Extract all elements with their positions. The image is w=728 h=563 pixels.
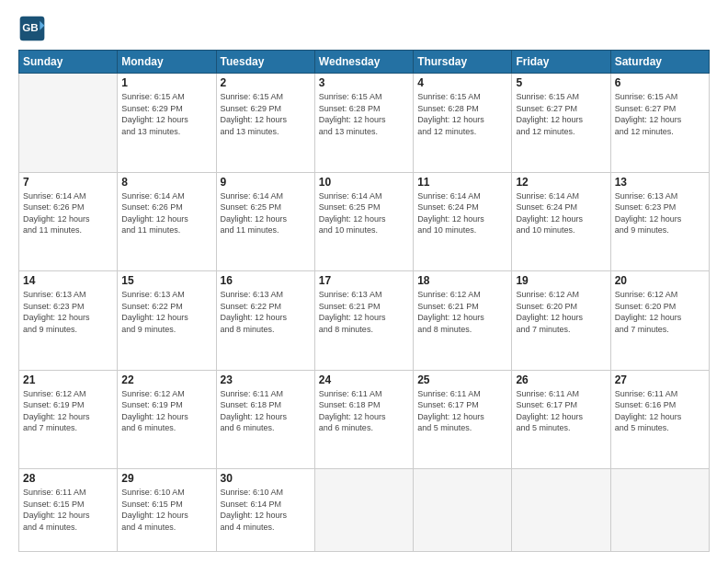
day-info: Sunrise: 6:14 AM Sunset: 6:24 PM Dayligh… (417, 190, 507, 236)
calendar-header-sunday: Sunday (19, 51, 118, 74)
day-info: Sunrise: 6:12 AM Sunset: 6:20 PM Dayligh… (615, 289, 705, 335)
day-info: Sunrise: 6:14 AM Sunset: 6:26 PM Dayligh… (121, 190, 211, 236)
day-info: Sunrise: 6:15 AM Sunset: 6:27 PM Dayligh… (516, 91, 606, 137)
day-number: 7 (23, 176, 113, 189)
day-number: 22 (121, 373, 211, 386)
day-number: 30 (221, 472, 311, 485)
day-info: Sunrise: 6:12 AM Sunset: 6:19 PM Dayligh… (121, 388, 211, 434)
day-number: 13 (615, 176, 705, 189)
day-number: 15 (121, 274, 211, 287)
day-info: Sunrise: 6:14 AM Sunset: 6:24 PM Dayligh… (516, 190, 606, 236)
calendar-cell: 3Sunrise: 6:15 AM Sunset: 6:28 PM Daylig… (314, 74, 413, 173)
day-number: 10 (319, 176, 409, 189)
calendar-cell: 19Sunrise: 6:12 AM Sunset: 6:20 PM Dayli… (512, 271, 610, 371)
calendar-cell: 16Sunrise: 6:13 AM Sunset: 6:22 PM Dayli… (216, 271, 314, 371)
calendar-cell: 5Sunrise: 6:15 AM Sunset: 6:27 PM Daylig… (512, 74, 610, 173)
day-info: Sunrise: 6:12 AM Sunset: 6:19 PM Dayligh… (23, 388, 113, 434)
calendar-header-wednesday: Wednesday (314, 51, 413, 74)
day-number: 9 (221, 176, 311, 189)
calendar-cell: 6Sunrise: 6:15 AM Sunset: 6:27 PM Daylig… (610, 74, 709, 173)
day-info: Sunrise: 6:13 AM Sunset: 6:23 PM Dayligh… (615, 190, 705, 236)
day-info: Sunrise: 6:13 AM Sunset: 6:21 PM Dayligh… (319, 289, 409, 335)
day-number: 14 (23, 274, 113, 287)
day-number: 4 (417, 76, 507, 89)
calendar-cell: 18Sunrise: 6:12 AM Sunset: 6:21 PM Dayli… (414, 271, 512, 371)
day-info: Sunrise: 6:14 AM Sunset: 6:25 PM Dayligh… (319, 190, 409, 236)
calendar-cell: 4Sunrise: 6:15 AM Sunset: 6:28 PM Daylig… (414, 74, 512, 173)
calendar-cell: 9Sunrise: 6:14 AM Sunset: 6:25 PM Daylig… (216, 172, 314, 271)
day-info: Sunrise: 6:13 AM Sunset: 6:22 PM Dayligh… (121, 289, 211, 335)
calendar-cell: 27Sunrise: 6:11 AM Sunset: 6:16 PM Dayli… (610, 370, 709, 469)
calendar-cell: 7Sunrise: 6:14 AM Sunset: 6:26 PM Daylig… (19, 172, 118, 271)
logo-icon: GB (18, 15, 46, 42)
calendar-cell: 14Sunrise: 6:13 AM Sunset: 6:23 PM Dayli… (19, 271, 118, 371)
calendar-cell: 20Sunrise: 6:12 AM Sunset: 6:20 PM Dayli… (610, 271, 709, 371)
day-number: 1 (121, 76, 211, 89)
calendar-cell (512, 469, 610, 552)
day-info: Sunrise: 6:15 AM Sunset: 6:29 PM Dayligh… (221, 91, 311, 137)
calendar: SundayMondayTuesdayWednesdayThursdayFrid… (18, 50, 710, 552)
day-number: 28 (23, 472, 113, 485)
day-info: Sunrise: 6:15 AM Sunset: 6:29 PM Dayligh… (121, 91, 211, 137)
day-number: 19 (516, 274, 606, 287)
svg-text:GB: GB (22, 21, 38, 33)
day-info: Sunrise: 6:11 AM Sunset: 6:15 PM Dayligh… (23, 487, 113, 533)
day-info: Sunrise: 6:11 AM Sunset: 6:18 PM Dayligh… (221, 388, 311, 434)
day-info: Sunrise: 6:15 AM Sunset: 6:27 PM Dayligh… (615, 91, 705, 137)
calendar-cell: 11Sunrise: 6:14 AM Sunset: 6:24 PM Dayli… (414, 172, 512, 271)
day-number: 8 (121, 176, 211, 189)
day-info: Sunrise: 6:15 AM Sunset: 6:28 PM Dayligh… (417, 91, 507, 137)
day-info: Sunrise: 6:14 AM Sunset: 6:26 PM Dayligh… (23, 190, 113, 236)
calendar-cell: 2Sunrise: 6:15 AM Sunset: 6:29 PM Daylig… (216, 74, 314, 173)
calendar-header-thursday: Thursday (414, 51, 512, 74)
day-number: 29 (121, 472, 211, 485)
calendar-cell: 17Sunrise: 6:13 AM Sunset: 6:21 PM Dayli… (314, 271, 413, 371)
calendar-header-saturday: Saturday (610, 51, 709, 74)
calendar-cell (314, 469, 413, 552)
calendar-cell (414, 469, 512, 552)
day-number: 3 (319, 76, 409, 89)
calendar-cell (19, 74, 118, 173)
calendar-cell: 8Sunrise: 6:14 AM Sunset: 6:26 PM Daylig… (118, 172, 216, 271)
day-number: 12 (516, 176, 606, 189)
calendar-cell: 24Sunrise: 6:11 AM Sunset: 6:18 PM Dayli… (314, 370, 413, 469)
day-number: 25 (417, 373, 507, 386)
day-number: 5 (516, 76, 606, 89)
calendar-cell (610, 469, 709, 552)
calendar-cell: 10Sunrise: 6:14 AM Sunset: 6:25 PM Dayli… (314, 172, 413, 271)
calendar-cell: 12Sunrise: 6:14 AM Sunset: 6:24 PM Dayli… (512, 172, 610, 271)
day-info: Sunrise: 6:11 AM Sunset: 6:18 PM Dayligh… (319, 388, 409, 434)
day-number: 17 (319, 274, 409, 287)
calendar-cell: 15Sunrise: 6:13 AM Sunset: 6:22 PM Dayli… (118, 271, 216, 371)
day-info: Sunrise: 6:12 AM Sunset: 6:20 PM Dayligh… (516, 289, 606, 335)
day-number: 20 (615, 274, 705, 287)
day-number: 27 (615, 373, 705, 386)
day-number: 6 (615, 76, 705, 89)
day-info: Sunrise: 6:13 AM Sunset: 6:23 PM Dayligh… (23, 289, 113, 335)
calendar-cell: 29Sunrise: 6:10 AM Sunset: 6:15 PM Dayli… (118, 469, 216, 552)
calendar-cell: 21Sunrise: 6:12 AM Sunset: 6:19 PM Dayli… (19, 370, 118, 469)
calendar-header-friday: Friday (512, 51, 610, 74)
calendar-header-tuesday: Tuesday (216, 51, 314, 74)
calendar-cell: 13Sunrise: 6:13 AM Sunset: 6:23 PM Dayli… (610, 172, 709, 271)
day-number: 21 (23, 373, 113, 386)
calendar-cell: 1Sunrise: 6:15 AM Sunset: 6:29 PM Daylig… (118, 74, 216, 173)
day-number: 26 (516, 373, 606, 386)
day-info: Sunrise: 6:11 AM Sunset: 6:17 PM Dayligh… (417, 388, 507, 434)
day-number: 23 (221, 373, 311, 386)
calendar-cell: 26Sunrise: 6:11 AM Sunset: 6:17 PM Dayli… (512, 370, 610, 469)
day-number: 18 (417, 274, 507, 287)
calendar-cell: 23Sunrise: 6:11 AM Sunset: 6:18 PM Dayli… (216, 370, 314, 469)
day-info: Sunrise: 6:14 AM Sunset: 6:25 PM Dayligh… (221, 190, 311, 236)
day-info: Sunrise: 6:13 AM Sunset: 6:22 PM Dayligh… (221, 289, 311, 335)
calendar-cell: 25Sunrise: 6:11 AM Sunset: 6:17 PM Dayli… (414, 370, 512, 469)
day-info: Sunrise: 6:11 AM Sunset: 6:16 PM Dayligh… (615, 388, 705, 434)
day-number: 16 (221, 274, 311, 287)
day-info: Sunrise: 6:12 AM Sunset: 6:21 PM Dayligh… (417, 289, 507, 335)
calendar-cell: 22Sunrise: 6:12 AM Sunset: 6:19 PM Dayli… (118, 370, 216, 469)
calendar-cell: 30Sunrise: 6:10 AM Sunset: 6:14 PM Dayli… (216, 469, 314, 552)
day-info: Sunrise: 6:10 AM Sunset: 6:15 PM Dayligh… (121, 487, 211, 533)
calendar-cell: 28Sunrise: 6:11 AM Sunset: 6:15 PM Dayli… (19, 469, 118, 552)
day-info: Sunrise: 6:11 AM Sunset: 6:17 PM Dayligh… (516, 388, 606, 434)
day-number: 2 (221, 76, 311, 89)
